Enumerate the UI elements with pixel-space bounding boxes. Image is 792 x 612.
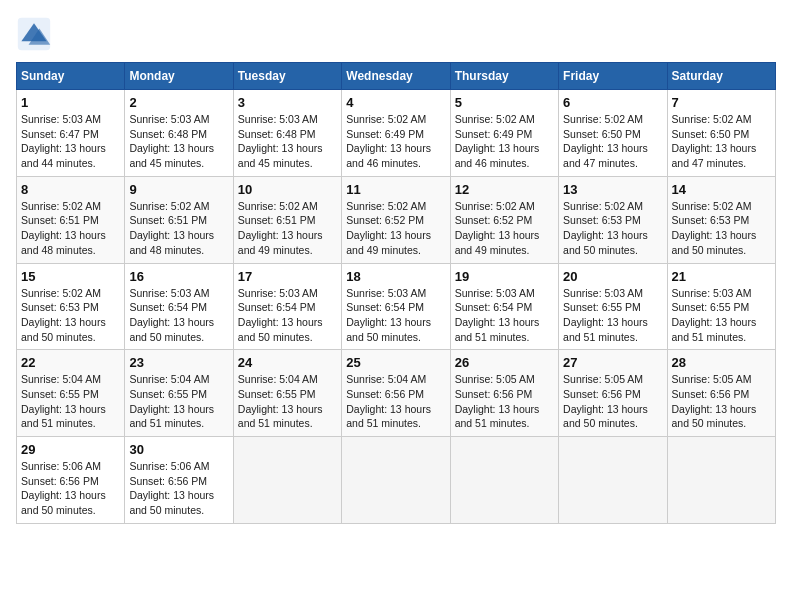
day-info: Sunrise: 5:03 AM Sunset: 6:55 PM Dayligh… [563,286,662,345]
day-info: Sunrise: 5:04 AM Sunset: 6:56 PM Dayligh… [346,372,445,431]
calendar-week-row: 8 Sunrise: 5:02 AM Sunset: 6:51 PM Dayli… [17,176,776,263]
weekday-header: Tuesday [233,63,341,90]
day-info: Sunrise: 5:04 AM Sunset: 6:55 PM Dayligh… [129,372,228,431]
day-info: Sunrise: 5:06 AM Sunset: 6:56 PM Dayligh… [21,459,120,518]
day-info: Sunrise: 5:03 AM Sunset: 6:54 PM Dayligh… [238,286,337,345]
day-info: Sunrise: 5:02 AM Sunset: 6:51 PM Dayligh… [129,199,228,258]
calendar-day-cell: 16 Sunrise: 5:03 AM Sunset: 6:54 PM Dayl… [125,263,233,350]
weekday-header: Friday [559,63,667,90]
day-info: Sunrise: 5:02 AM Sunset: 6:53 PM Dayligh… [672,199,771,258]
day-number: 26 [455,355,554,370]
calendar-day-cell: 9 Sunrise: 5:02 AM Sunset: 6:51 PM Dayli… [125,176,233,263]
day-number: 19 [455,269,554,284]
calendar-day-cell: 12 Sunrise: 5:02 AM Sunset: 6:52 PM Dayl… [450,176,558,263]
day-number: 28 [672,355,771,370]
day-number: 17 [238,269,337,284]
day-number: 27 [563,355,662,370]
day-number: 30 [129,442,228,457]
day-number: 12 [455,182,554,197]
day-number: 4 [346,95,445,110]
weekday-row: SundayMondayTuesdayWednesdayThursdayFrid… [17,63,776,90]
calendar-day-cell [667,437,775,524]
day-number: 20 [563,269,662,284]
calendar-day-cell: 30 Sunrise: 5:06 AM Sunset: 6:56 PM Dayl… [125,437,233,524]
day-number: 9 [129,182,228,197]
day-number: 14 [672,182,771,197]
calendar-day-cell: 2 Sunrise: 5:03 AM Sunset: 6:48 PM Dayli… [125,90,233,177]
day-info: Sunrise: 5:06 AM Sunset: 6:56 PM Dayligh… [129,459,228,518]
calendar-day-cell: 23 Sunrise: 5:04 AM Sunset: 6:55 PM Dayl… [125,350,233,437]
day-info: Sunrise: 5:02 AM Sunset: 6:49 PM Dayligh… [346,112,445,171]
weekday-header: Sunday [17,63,125,90]
day-number: 10 [238,182,337,197]
weekday-header: Thursday [450,63,558,90]
day-number: 18 [346,269,445,284]
calendar-week-row: 15 Sunrise: 5:02 AM Sunset: 6:53 PM Dayl… [17,263,776,350]
calendar-day-cell [450,437,558,524]
calendar-week-row: 1 Sunrise: 5:03 AM Sunset: 6:47 PM Dayli… [17,90,776,177]
day-info: Sunrise: 5:02 AM Sunset: 6:50 PM Dayligh… [672,112,771,171]
calendar-day-cell [559,437,667,524]
day-number: 29 [21,442,120,457]
calendar-day-cell: 1 Sunrise: 5:03 AM Sunset: 6:47 PM Dayli… [17,90,125,177]
day-number: 16 [129,269,228,284]
calendar-day-cell: 6 Sunrise: 5:02 AM Sunset: 6:50 PM Dayli… [559,90,667,177]
day-info: Sunrise: 5:03 AM Sunset: 6:48 PM Dayligh… [129,112,228,171]
day-number: 13 [563,182,662,197]
day-info: Sunrise: 5:03 AM Sunset: 6:47 PM Dayligh… [21,112,120,171]
day-number: 25 [346,355,445,370]
day-number: 3 [238,95,337,110]
calendar-day-cell: 7 Sunrise: 5:02 AM Sunset: 6:50 PM Dayli… [667,90,775,177]
weekday-header: Saturday [667,63,775,90]
day-number: 8 [21,182,120,197]
calendar-day-cell: 24 Sunrise: 5:04 AM Sunset: 6:55 PM Dayl… [233,350,341,437]
calendar-day-cell: 4 Sunrise: 5:02 AM Sunset: 6:49 PM Dayli… [342,90,450,177]
day-info: Sunrise: 5:02 AM Sunset: 6:51 PM Dayligh… [21,199,120,258]
day-info: Sunrise: 5:03 AM Sunset: 6:55 PM Dayligh… [672,286,771,345]
calendar-day-cell: 5 Sunrise: 5:02 AM Sunset: 6:49 PM Dayli… [450,90,558,177]
calendar-day-cell: 26 Sunrise: 5:05 AM Sunset: 6:56 PM Dayl… [450,350,558,437]
day-info: Sunrise: 5:03 AM Sunset: 6:54 PM Dayligh… [129,286,228,345]
calendar-day-cell: 13 Sunrise: 5:02 AM Sunset: 6:53 PM Dayl… [559,176,667,263]
day-info: Sunrise: 5:02 AM Sunset: 6:51 PM Dayligh… [238,199,337,258]
calendar-day-cell: 3 Sunrise: 5:03 AM Sunset: 6:48 PM Dayli… [233,90,341,177]
calendar-day-cell: 20 Sunrise: 5:03 AM Sunset: 6:55 PM Dayl… [559,263,667,350]
weekday-header: Monday [125,63,233,90]
day-number: 11 [346,182,445,197]
day-number: 15 [21,269,120,284]
calendar-day-cell: 15 Sunrise: 5:02 AM Sunset: 6:53 PM Dayl… [17,263,125,350]
header [16,16,776,52]
day-info: Sunrise: 5:02 AM Sunset: 6:52 PM Dayligh… [346,199,445,258]
calendar-week-row: 29 Sunrise: 5:06 AM Sunset: 6:56 PM Dayl… [17,437,776,524]
day-info: Sunrise: 5:02 AM Sunset: 6:53 PM Dayligh… [563,199,662,258]
day-info: Sunrise: 5:04 AM Sunset: 6:55 PM Dayligh… [21,372,120,431]
day-info: Sunrise: 5:03 AM Sunset: 6:54 PM Dayligh… [346,286,445,345]
calendar-body: 1 Sunrise: 5:03 AM Sunset: 6:47 PM Dayli… [17,90,776,524]
calendar-day-cell: 17 Sunrise: 5:03 AM Sunset: 6:54 PM Dayl… [233,263,341,350]
day-info: Sunrise: 5:05 AM Sunset: 6:56 PM Dayligh… [455,372,554,431]
logo [16,16,56,52]
calendar-week-row: 22 Sunrise: 5:04 AM Sunset: 6:55 PM Dayl… [17,350,776,437]
day-info: Sunrise: 5:05 AM Sunset: 6:56 PM Dayligh… [672,372,771,431]
day-info: Sunrise: 5:03 AM Sunset: 6:54 PM Dayligh… [455,286,554,345]
calendar-day-cell: 28 Sunrise: 5:05 AM Sunset: 6:56 PM Dayl… [667,350,775,437]
calendar-day-cell: 8 Sunrise: 5:02 AM Sunset: 6:51 PM Dayli… [17,176,125,263]
day-info: Sunrise: 5:02 AM Sunset: 6:52 PM Dayligh… [455,199,554,258]
day-number: 7 [672,95,771,110]
day-info: Sunrise: 5:02 AM Sunset: 6:50 PM Dayligh… [563,112,662,171]
day-number: 6 [563,95,662,110]
day-number: 2 [129,95,228,110]
calendar-day-cell: 10 Sunrise: 5:02 AM Sunset: 6:51 PM Dayl… [233,176,341,263]
day-number: 23 [129,355,228,370]
day-number: 5 [455,95,554,110]
calendar-day-cell: 27 Sunrise: 5:05 AM Sunset: 6:56 PM Dayl… [559,350,667,437]
day-info: Sunrise: 5:03 AM Sunset: 6:48 PM Dayligh… [238,112,337,171]
day-number: 24 [238,355,337,370]
calendar-day-cell: 19 Sunrise: 5:03 AM Sunset: 6:54 PM Dayl… [450,263,558,350]
calendar-day-cell [342,437,450,524]
day-info: Sunrise: 5:04 AM Sunset: 6:55 PM Dayligh… [238,372,337,431]
calendar-day-cell [233,437,341,524]
day-number: 1 [21,95,120,110]
day-info: Sunrise: 5:02 AM Sunset: 6:53 PM Dayligh… [21,286,120,345]
calendar-day-cell: 22 Sunrise: 5:04 AM Sunset: 6:55 PM Dayl… [17,350,125,437]
